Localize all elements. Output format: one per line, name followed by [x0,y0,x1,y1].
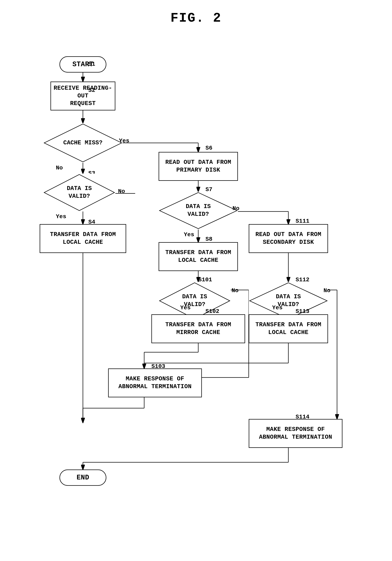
response-s114-node: MAKE RESPONSE OF ABNORMAL TERMINATION [249,419,342,448]
s101-no-label: No [232,287,238,294]
start-node: START [60,56,106,73]
response-s103-node: MAKE RESPONSE OF ABNORMAL TERMINATION [108,368,202,397]
s3-no-label: No [118,188,125,195]
flowchart-diagram: START S1 RECEIVE READING-OUT REQUEST S2 … [0,26,392,561]
s113-label: S113 [296,308,309,315]
transfer-s8-node: TRANSFER DATA FROM LOCAL CACHE [159,242,238,271]
s8-label: S8 [206,236,212,243]
transfer-s113-node: TRANSFER DATA FROM LOCAL CACHE [249,314,328,343]
s7-no-label: No [233,205,239,212]
transfer-mirror-node: TRANSFER DATA FROM MIRROR CACHE [151,314,245,343]
transfer-s4-node: TRANSFER DATA FROM LOCAL CACHE [40,224,126,253]
s3-yes-label: Yes [56,213,66,220]
s111-label: S111 [296,218,309,225]
read-secondary-node: READ OUT DATA FROM SECONDARY DISK [249,224,328,253]
cache-miss-yes-label: Yes [119,138,129,144]
s112-no-label: No [323,287,330,294]
end-node: END [60,470,106,486]
data-valid-s7-diamond: DATA IS VALID? [159,192,238,229]
receive-node: RECEIVE READING-OUT REQUEST [51,82,115,110]
figure-title: FIG. 2 [0,0,392,26]
s6-label: S6 [206,145,212,151]
cache-miss-no-label: No [56,165,63,171]
s102-label: S102 [206,308,219,315]
cache-miss-diamond: CACHE MISS? [43,123,123,163]
s1-label: S1 [88,61,95,67]
page: FIG. 2 [0,0,392,561]
s2-label: S2 [88,87,95,94]
data-valid-s101-diamond: DATA IS VALID? [159,282,231,320]
data-valid-s3-diamond: DATA IS VALID? [43,173,115,212]
data-valid-s112-diamond: DATA IS VALID? [249,282,328,320]
read-primary-node: READ OUT DATA FROM PRIMARY DISK [159,152,238,181]
s7-yes-label: Yes [184,231,194,238]
